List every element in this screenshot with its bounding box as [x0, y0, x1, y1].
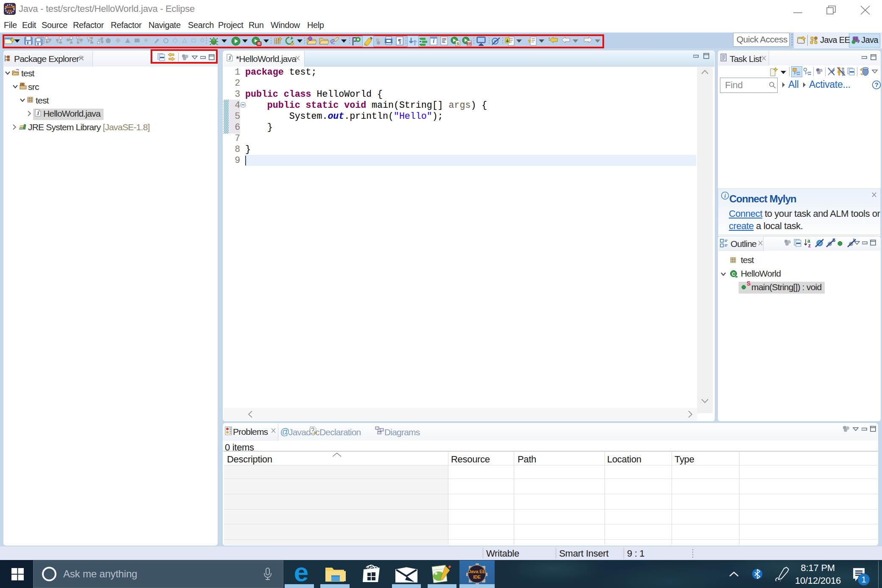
- svg-text:Java EE: Java EE: [5, 6, 15, 8]
- svg-text:EE: EE: [467, 42, 472, 46]
- svg-text:¶: ¶: [398, 37, 401, 45]
- svg-text:1: 1: [862, 575, 866, 584]
- svg-text:i: i: [433, 38, 434, 44]
- svg-text:C: C: [732, 272, 735, 277]
- svg-text:Java EE: Java EE: [468, 569, 485, 574]
- svg-text:IDE: IDE: [8, 9, 12, 12]
- svg-text:IDE: IDE: [473, 574, 480, 580]
- svg-text:S: S: [456, 42, 459, 46]
- svg-text:?: ?: [875, 81, 879, 88]
- svg-text:z: z: [808, 243, 811, 248]
- svg-text:i: i: [724, 193, 726, 199]
- svg-text:J: J: [228, 55, 231, 61]
- svg-text:J: J: [36, 110, 39, 116]
